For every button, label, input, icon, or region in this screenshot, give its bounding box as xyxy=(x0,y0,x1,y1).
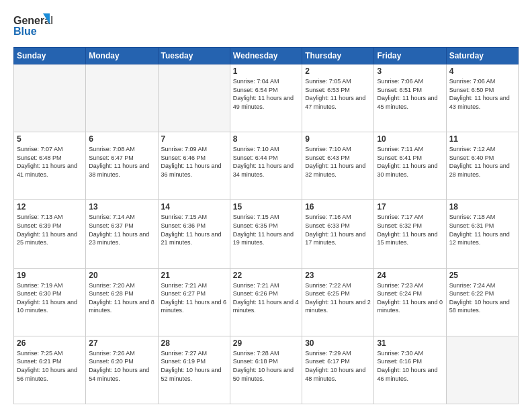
day-number: 18 xyxy=(449,202,515,212)
day-info: Sunrise: 7:06 AM Sunset: 6:50 PM Dayligh… xyxy=(449,77,515,111)
calendar-week-row: 12Sunrise: 7:13 AM Sunset: 6:39 PM Dayli… xyxy=(14,200,519,268)
day-number: 30 xyxy=(305,338,371,348)
day-info: Sunrise: 7:13 AM Sunset: 6:39 PM Dayligh… xyxy=(17,213,83,246)
calendar-cell: 9Sunrise: 7:10 AM Sunset: 6:43 PM Daylig… xyxy=(302,132,374,200)
calendar-cell: 29Sunrise: 7:28 AM Sunset: 6:18 PM Dayli… xyxy=(230,336,302,404)
day-number: 5 xyxy=(17,134,83,144)
calendar-week-row: 19Sunrise: 7:19 AM Sunset: 6:30 PM Dayli… xyxy=(14,268,519,336)
day-info: Sunrise: 7:23 AM Sunset: 6:24 PM Dayligh… xyxy=(377,281,443,315)
day-number: 16 xyxy=(305,202,371,212)
calendar-cell: 8Sunrise: 7:10 AM Sunset: 6:44 PM Daylig… xyxy=(230,132,302,200)
day-number: 22 xyxy=(233,271,299,280)
day-number: 28 xyxy=(161,338,227,348)
day-number: 31 xyxy=(377,338,443,348)
day-number: 12 xyxy=(17,202,83,212)
logo-icon: General Blue xyxy=(13,11,52,40)
day-info: Sunrise: 7:18 AM Sunset: 6:31 PM Dayligh… xyxy=(449,213,515,246)
day-number: 19 xyxy=(17,271,83,280)
day-info: Sunrise: 7:22 AM Sunset: 6:25 PM Dayligh… xyxy=(305,281,371,315)
day-info: Sunrise: 7:16 AM Sunset: 6:33 PM Dayligh… xyxy=(305,213,371,246)
day-info: Sunrise: 7:08 AM Sunset: 6:47 PM Dayligh… xyxy=(89,145,154,179)
day-number: 3 xyxy=(377,66,443,76)
calendar-cell: 27Sunrise: 7:26 AM Sunset: 6:20 PM Dayli… xyxy=(86,336,158,404)
calendar-cell: 25Sunrise: 7:24 AM Sunset: 6:22 PM Dayli… xyxy=(446,268,518,336)
calendar-cell: 31Sunrise: 7:30 AM Sunset: 6:16 PM Dayli… xyxy=(374,336,446,404)
calendar-cell: 15Sunrise: 7:15 AM Sunset: 6:35 PM Dayli… xyxy=(230,200,302,268)
calendar-cell: 19Sunrise: 7:19 AM Sunset: 6:30 PM Dayli… xyxy=(14,268,86,336)
day-info: Sunrise: 7:30 AM Sunset: 6:16 PM Dayligh… xyxy=(377,349,443,383)
day-info: Sunrise: 7:12 AM Sunset: 6:40 PM Dayligh… xyxy=(449,145,515,179)
header: General Blue xyxy=(13,11,519,40)
day-info: Sunrise: 7:11 AM Sunset: 6:41 PM Dayligh… xyxy=(377,145,443,179)
day-info: Sunrise: 7:10 AM Sunset: 6:43 PM Dayligh… xyxy=(305,145,371,179)
day-number: 13 xyxy=(89,202,154,212)
calendar-day-header: Wednesday xyxy=(230,48,302,64)
day-number: 11 xyxy=(449,134,515,144)
calendar-header-row: SundayMondayTuesdayWednesdayThursdayFrid… xyxy=(14,48,519,64)
calendar-cell: 16Sunrise: 7:16 AM Sunset: 6:33 PM Dayli… xyxy=(302,200,374,268)
day-info: Sunrise: 7:28 AM Sunset: 6:18 PM Dayligh… xyxy=(233,349,299,383)
calendar-cell: 7Sunrise: 7:09 AM Sunset: 6:46 PM Daylig… xyxy=(158,132,230,200)
day-info: Sunrise: 7:19 AM Sunset: 6:30 PM Dayligh… xyxy=(17,281,83,315)
day-info: Sunrise: 7:26 AM Sunset: 6:20 PM Dayligh… xyxy=(89,349,154,383)
day-info: Sunrise: 7:10 AM Sunset: 6:44 PM Dayligh… xyxy=(233,145,299,179)
day-number: 20 xyxy=(89,271,154,280)
page: General Blue SundayMondayTuesdayWednesda… xyxy=(0,0,532,411)
day-info: Sunrise: 7:20 AM Sunset: 6:28 PM Dayligh… xyxy=(89,281,154,315)
calendar-cell: 28Sunrise: 7:27 AM Sunset: 6:19 PM Dayli… xyxy=(158,336,230,404)
day-number: 10 xyxy=(377,134,443,144)
day-info: Sunrise: 7:15 AM Sunset: 6:35 PM Dayligh… xyxy=(233,213,299,246)
day-number: 25 xyxy=(449,271,515,280)
day-number: 15 xyxy=(233,202,299,212)
calendar-day-header: Thursday xyxy=(302,48,374,64)
calendar-cell: 3Sunrise: 7:06 AM Sunset: 6:51 PM Daylig… xyxy=(374,64,446,132)
calendar-cell: 22Sunrise: 7:21 AM Sunset: 6:26 PM Dayli… xyxy=(230,268,302,336)
day-info: Sunrise: 7:29 AM Sunset: 6:17 PM Dayligh… xyxy=(305,349,371,383)
calendar-cell: 17Sunrise: 7:17 AM Sunset: 6:32 PM Dayli… xyxy=(374,200,446,268)
calendar-cell: 11Sunrise: 7:12 AM Sunset: 6:40 PM Dayli… xyxy=(446,132,518,200)
day-number: 23 xyxy=(305,271,371,280)
calendar-cell xyxy=(86,64,158,132)
calendar-cell: 2Sunrise: 7:05 AM Sunset: 6:53 PM Daylig… xyxy=(302,64,374,132)
calendar-cell: 13Sunrise: 7:14 AM Sunset: 6:37 PM Dayli… xyxy=(86,200,158,268)
calendar-cell: 12Sunrise: 7:13 AM Sunset: 6:39 PM Dayli… xyxy=(14,200,86,268)
day-number: 26 xyxy=(17,338,83,348)
day-info: Sunrise: 7:27 AM Sunset: 6:19 PM Dayligh… xyxy=(161,349,227,383)
calendar-cell: 26Sunrise: 7:25 AM Sunset: 6:21 PM Dayli… xyxy=(14,336,86,404)
day-info: Sunrise: 7:25 AM Sunset: 6:21 PM Dayligh… xyxy=(17,349,83,383)
calendar-week-row: 1Sunrise: 7:04 AM Sunset: 6:54 PM Daylig… xyxy=(14,64,519,132)
calendar-cell: 18Sunrise: 7:18 AM Sunset: 6:31 PM Dayli… xyxy=(446,200,518,268)
calendar-cell xyxy=(158,64,230,132)
day-info: Sunrise: 7:14 AM Sunset: 6:37 PM Dayligh… xyxy=(89,213,154,246)
calendar-cell: 23Sunrise: 7:22 AM Sunset: 6:25 PM Dayli… xyxy=(302,268,374,336)
day-info: Sunrise: 7:05 AM Sunset: 6:53 PM Dayligh… xyxy=(305,77,371,111)
day-number: 2 xyxy=(305,66,371,76)
calendar-cell: 10Sunrise: 7:11 AM Sunset: 6:41 PM Dayli… xyxy=(374,132,446,200)
day-number: 27 xyxy=(89,338,154,348)
calendar-day-header: Tuesday xyxy=(158,48,230,64)
day-number: 8 xyxy=(233,134,299,144)
calendar-day-header: Sunday xyxy=(14,48,86,64)
calendar-cell: 30Sunrise: 7:29 AM Sunset: 6:17 PM Dayli… xyxy=(302,336,374,404)
day-number: 7 xyxy=(161,134,227,144)
calendar-cell: 5Sunrise: 7:07 AM Sunset: 6:48 PM Daylig… xyxy=(14,132,86,200)
calendar-day-header: Saturday xyxy=(446,48,518,64)
calendar-week-row: 26Sunrise: 7:25 AM Sunset: 6:21 PM Dayli… xyxy=(14,336,519,404)
calendar-cell xyxy=(446,336,518,404)
calendar-cell: 14Sunrise: 7:15 AM Sunset: 6:36 PM Dayli… xyxy=(158,200,230,268)
logo: General Blue xyxy=(13,11,52,40)
calendar-cell: 24Sunrise: 7:23 AM Sunset: 6:24 PM Dayli… xyxy=(374,268,446,336)
day-info: Sunrise: 7:17 AM Sunset: 6:32 PM Dayligh… xyxy=(377,213,443,246)
calendar-week-row: 5Sunrise: 7:07 AM Sunset: 6:48 PM Daylig… xyxy=(14,132,519,200)
day-number: 24 xyxy=(377,271,443,280)
day-info: Sunrise: 7:24 AM Sunset: 6:22 PM Dayligh… xyxy=(449,281,515,315)
calendar-table: SundayMondayTuesdayWednesdayThursdayFrid… xyxy=(13,47,519,404)
day-info: Sunrise: 7:04 AM Sunset: 6:54 PM Dayligh… xyxy=(233,77,299,111)
calendar-day-header: Friday xyxy=(374,48,446,64)
day-number: 21 xyxy=(161,271,227,280)
calendar-cell: 21Sunrise: 7:21 AM Sunset: 6:27 PM Dayli… xyxy=(158,268,230,336)
day-number: 6 xyxy=(89,134,154,144)
day-info: Sunrise: 7:09 AM Sunset: 6:46 PM Dayligh… xyxy=(161,145,227,179)
calendar-cell: 20Sunrise: 7:20 AM Sunset: 6:28 PM Dayli… xyxy=(86,268,158,336)
day-info: Sunrise: 7:21 AM Sunset: 6:26 PM Dayligh… xyxy=(233,281,299,315)
